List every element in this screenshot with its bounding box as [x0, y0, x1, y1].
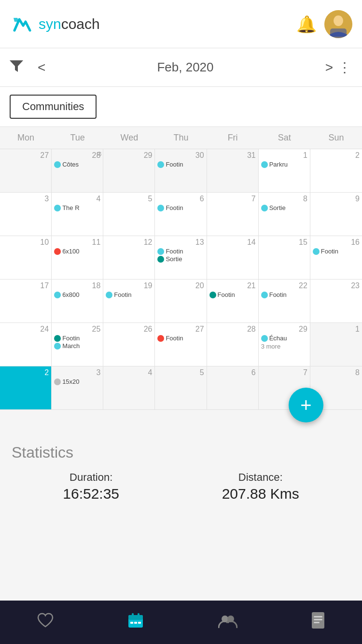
cal-date: 19: [106, 281, 152, 290]
cyan-dot-icon: [157, 205, 164, 211]
cal-date: 22: [261, 281, 307, 290]
prev-month-button[interactable]: <: [33, 60, 50, 75]
cal-cell-21[interactable]: 21Footin: [207, 280, 259, 323]
nav-community[interactable]: [218, 613, 237, 632]
cal-event[interactable]: 6x100: [54, 248, 100, 255]
cal-cell-18[interactable]: 186x800: [52, 280, 103, 323]
cal-cell-3[interactable]: 3: [0, 193, 52, 236]
cal-event[interactable]: Footin: [157, 335, 204, 342]
cal-cell-26[interactable]: 26: [103, 323, 155, 366]
cal-event[interactable]: Footin: [157, 248, 204, 255]
calendar-icon: [127, 612, 144, 632]
cal-event[interactable]: Footin: [209, 291, 256, 298]
cal-cell-22[interactable]: 22Footin: [259, 280, 310, 323]
cal-cell-5[interactable]: 5: [155, 366, 207, 410]
cal-cell-5[interactable]: 5: [103, 193, 155, 236]
cal-cell-1[interactable]: 1: [310, 323, 362, 366]
cal-cell-23[interactable]: 23: [310, 280, 362, 323]
cal-event[interactable]: Parkru: [261, 161, 307, 168]
cal-event[interactable]: Footin: [313, 248, 360, 255]
cal-cell-10[interactable]: 10: [0, 236, 52, 280]
cal-cell-17[interactable]: 17: [0, 280, 52, 323]
cal-cell-16[interactable]: 16Footin: [310, 236, 362, 280]
cal-date: 2: [313, 151, 360, 160]
cal-event[interactable]: 6x800: [54, 291, 100, 298]
cal-date: 30: [157, 151, 204, 160]
cal-date: 28: [209, 325, 256, 334]
communities-button[interactable]: Communities: [10, 95, 97, 119]
cal-event[interactable]: 15x20: [54, 378, 100, 385]
cal-cell-30[interactable]: 30Footin: [155, 149, 207, 193]
cal-cell-28[interactable]: 28: [207, 323, 259, 366]
cal-event[interactable]: Sortie: [261, 204, 307, 211]
cal-cell-12[interactable]: 12: [103, 236, 155, 280]
cal-event[interactable]: Échau: [261, 335, 307, 342]
more-events-text[interactable]: 3 more: [261, 343, 307, 350]
filter-icon[interactable]: [10, 60, 23, 75]
nav-documents[interactable]: [311, 612, 325, 633]
cal-event[interactable]: The R: [54, 204, 100, 211]
cal-event[interactable]: Footin: [261, 291, 307, 298]
cal-cell-15[interactable]: 15: [259, 236, 310, 280]
next-month-button[interactable]: >: [320, 60, 338, 75]
cal-cell-19[interactable]: 19Footin: [103, 280, 155, 323]
logo-text: syncoach: [39, 16, 100, 32]
cal-date: 17: [2, 281, 49, 290]
cal-cell-29[interactable]: 29: [103, 149, 155, 193]
teal-dot-icon: [209, 292, 216, 298]
cal-cell-3[interactable]: 315x20: [52, 366, 103, 410]
statistics-row: Duration: 16:52:35 Distance: 207.88 Kms: [12, 471, 350, 502]
cal-cell-24[interactable]: 24: [0, 323, 52, 366]
cal-cell-8[interactable]: 8Sortie: [259, 193, 310, 236]
cal-date: 16: [313, 238, 360, 247]
cal-cell-2[interactable]: 2: [0, 366, 52, 410]
cal-event[interactable]: Footin: [54, 335, 100, 342]
cal-event[interactable]: Footin: [106, 291, 152, 298]
cal-cell-6[interactable]: 6: [207, 366, 259, 410]
cal-event-text: Footin: [166, 204, 183, 211]
cal-cell-7[interactable]: 7: [207, 193, 259, 236]
user-avatar[interactable]: [324, 10, 352, 38]
bell-icon[interactable]: 🔔: [296, 14, 317, 34]
svg-rect-10: [138, 622, 141, 624]
cal-cell-25[interactable]: 25FootinMarch: [52, 323, 103, 366]
cal-cell-11[interactable]: 116x100: [52, 236, 103, 280]
cal-event[interactable]: Côtes: [54, 161, 100, 168]
cal-cell-28[interactable]: 28⚖Côtes: [52, 149, 103, 193]
cal-cell-31[interactable]: 31: [207, 149, 259, 193]
cal-event[interactable]: March: [54, 342, 100, 350]
cal-cell-2[interactable]: 2: [310, 149, 362, 193]
svg-rect-6: [132, 613, 134, 617]
cal-date: 29: [261, 325, 307, 334]
cal-event[interactable]: Sortie: [157, 255, 204, 263]
add-event-button[interactable]: +: [289, 388, 323, 422]
cal-cell-13[interactable]: 13FootinSortie: [155, 236, 207, 280]
svg-rect-7: [138, 613, 139, 617]
logo-area: syncoach: [10, 12, 296, 36]
cal-cell-20[interactable]: 20: [155, 280, 207, 323]
svg-rect-9: [134, 622, 137, 624]
logo-syn: syn: [39, 16, 61, 32]
cyan-dot-icon: [157, 161, 164, 168]
cal-cell-9[interactable]: 9: [310, 193, 362, 236]
cal-cell-27[interactable]: 27Footin: [155, 323, 207, 366]
nav-calendar[interactable]: [127, 612, 144, 632]
cal-cell-29[interactable]: 29Échau3 more: [259, 323, 310, 366]
cal-cell-4[interactable]: 4: [103, 366, 155, 410]
cal-date: 23: [313, 281, 360, 290]
cal-cell-14[interactable]: 14: [207, 236, 259, 280]
cal-event-text: Footin: [166, 335, 183, 342]
nav-favorites[interactable]: [37, 613, 54, 632]
cal-date: 10: [2, 238, 49, 247]
cal-cell-27[interactable]: 27: [0, 149, 52, 193]
gray-dot-icon: [54, 378, 61, 385]
cal-cell-1[interactable]: 1Parkru: [259, 149, 310, 193]
cyan-dot-icon: [313, 248, 320, 255]
cal-cell-6[interactable]: 6Footin: [155, 193, 207, 236]
cal-date: 2: [2, 368, 49, 377]
cal-event[interactable]: Footin: [157, 161, 204, 168]
cal-event[interactable]: Footin: [157, 204, 204, 211]
cal-cell-4[interactable]: 4The R: [52, 193, 103, 236]
more-options-icon[interactable]: ⋮: [338, 59, 352, 75]
duration-label: Duration:: [63, 471, 119, 484]
